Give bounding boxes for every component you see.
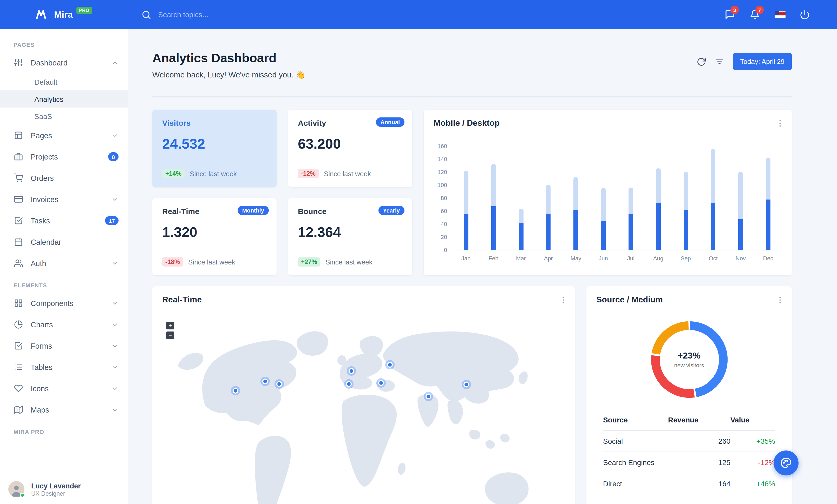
sidebar-item-orders[interactable]: Orders — [0, 167, 128, 189]
chevron-down-icon — [111, 406, 119, 413]
theme-settings-fab[interactable] — [773, 450, 799, 475]
map-marker[interactable] — [346, 381, 352, 387]
revenue-cell: 125 — [668, 452, 730, 473]
user-name: Lucy Lavender — [31, 481, 81, 490]
map-marker[interactable] — [463, 381, 469, 387]
sidebar-item-label: Orders — [31, 174, 119, 182]
yearly-badge: Yearly — [378, 206, 405, 215]
bar-chart-x-axis: JanFebMarAprMayJunJulAugSepOctNovDec — [433, 255, 782, 261]
app: Mira PRO 3 7 PAGESDashboardDefaul — [0, 0, 837, 504]
briefcase-icon — [14, 152, 23, 161]
sidebar-subitem-default[interactable]: Default — [0, 73, 128, 90]
map-marker[interactable] — [262, 378, 268, 384]
stat-title: Visitors — [162, 118, 267, 127]
grid-icon — [14, 299, 23, 307]
sidebar-item-label: Invoices — [31, 195, 111, 203]
chevron-down-icon — [111, 195, 119, 203]
kebab-icon — [776, 119, 784, 128]
sidebar-item-invoices[interactable]: Invoices — [0, 189, 128, 210]
sidebar-item-icons[interactable]: Icons — [0, 378, 128, 399]
map-marker[interactable] — [378, 380, 384, 386]
table-row: Direct164+46% — [603, 473, 775, 494]
notifications-button[interactable]: 7 — [745, 4, 765, 25]
sidebar-item-forms[interactable]: Forms — [0, 335, 128, 356]
map-marker[interactable] — [387, 362, 393, 368]
stat-note: Since last week — [190, 170, 237, 178]
sidebar-item-label: Dashboard — [31, 58, 111, 67]
kebab-icon — [776, 296, 784, 304]
source-table-header: SourceRevenueValue — [603, 411, 775, 430]
revenue-cell: 260 — [668, 430, 730, 452]
chevron-down-icon — [111, 385, 119, 392]
card-menu-button[interactable] — [773, 294, 787, 306]
stats-row: Visitors 24.532 +14% Since last week Rea… — [152, 110, 792, 275]
users-icon — [14, 259, 23, 267]
messages-button[interactable]: 3 — [719, 4, 740, 25]
sidebar-item-tasks[interactable]: Tasks17 — [0, 210, 128, 231]
bar-nov — [727, 147, 754, 250]
bar-feb — [480, 147, 507, 250]
filter-icon — [715, 57, 724, 66]
refresh-button[interactable] — [696, 57, 706, 66]
brand-name: Mira — [54, 9, 73, 20]
card-menu-button[interactable] — [557, 294, 570, 306]
sidebar-item-label: Pages — [31, 131, 111, 139]
search-icon — [141, 10, 151, 19]
navbar-search — [141, 10, 277, 19]
sidebar-subitem-saas[interactable]: SaaS — [0, 108, 128, 125]
us-flag-icon — [774, 11, 785, 18]
realtime-map-card: Real-Time — [152, 286, 575, 504]
activity-stat-card: Activity Annual 63.200 -12% Since last w… — [288, 110, 412, 187]
header-divider — [152, 96, 792, 97]
sidebar-item-components[interactable]: Components — [0, 293, 128, 314]
mira-logo-icon — [33, 8, 49, 21]
map-marker[interactable] — [276, 381, 282, 387]
date-range-button[interactable]: Today: April 29 — [733, 53, 792, 70]
map-marker[interactable] — [233, 388, 238, 394]
bar-jun — [590, 147, 617, 250]
pro-badge: PRO — [76, 7, 92, 14]
value-cell: -12% — [730, 452, 775, 473]
sidebar-item-projects[interactable]: Projects8 — [0, 146, 128, 167]
sidebar-item-label: Auth — [31, 259, 111, 267]
sidebar-user[interactable]: Lucy Lavender UX Designer — [0, 474, 128, 504]
check-square-icon — [14, 341, 23, 350]
stat-value: 12.364 — [298, 224, 403, 241]
kebab-icon — [559, 296, 568, 304]
sidebar-item-charts[interactable]: Charts — [0, 314, 128, 335]
sign-out-button[interactable] — [795, 4, 815, 25]
sidebar-nav: PAGESDashboardDefaultAnalyticsSaaSPagesP… — [0, 29, 128, 439]
sidebar-item-tables[interactable]: Tables — [0, 356, 128, 378]
map-marker[interactable] — [426, 394, 431, 399]
donut-chart: +23% new visitors — [648, 319, 730, 400]
stat-value: 1.320 — [162, 224, 267, 241]
bar-sep — [672, 147, 699, 250]
header-controls: Today: April 29 — [696, 53, 792, 70]
map-zoom-out-button[interactable]: − — [166, 332, 174, 339]
monthly-badge: Monthly — [237, 206, 269, 215]
sidebar-item-label: Projects — [31, 152, 108, 161]
check-square-icon — [14, 216, 23, 225]
sidebar-item-auth[interactable]: Auth — [0, 253, 128, 274]
map-zoom-controls: + − — [166, 322, 174, 339]
map-zoom-in-button[interactable]: + — [166, 322, 174, 330]
language-button[interactable] — [769, 4, 790, 25]
sidebar-item-dashboard[interactable]: Dashboard — [0, 52, 128, 73]
page-title: Analytics Dashboard — [152, 51, 305, 66]
bounce-stat-card: Bounce Yearly 12.364 +27% Since last wee… — [288, 198, 412, 275]
calendar-icon — [14, 238, 23, 246]
bar-aug — [645, 147, 672, 250]
brand[interactable]: Mira PRO — [33, 8, 129, 21]
sidebar-item-maps[interactable]: Maps — [0, 399, 128, 421]
search-input[interactable] — [157, 10, 277, 19]
source-cell: Search Engines — [603, 452, 668, 473]
card-title: Real-Time — [162, 295, 565, 304]
table-row: Social260+35% — [603, 430, 775, 452]
map-marker[interactable] — [349, 368, 354, 374]
source-table-col-source: Source — [603, 411, 668, 430]
sidebar-subitem-analytics[interactable]: Analytics — [0, 90, 128, 108]
sidebar-item-calendar[interactable]: Calendar — [0, 231, 128, 253]
sidebar-item-pages[interactable]: Pages — [0, 125, 128, 146]
filter-button[interactable] — [715, 57, 724, 66]
card-menu-button[interactable] — [773, 117, 787, 130]
